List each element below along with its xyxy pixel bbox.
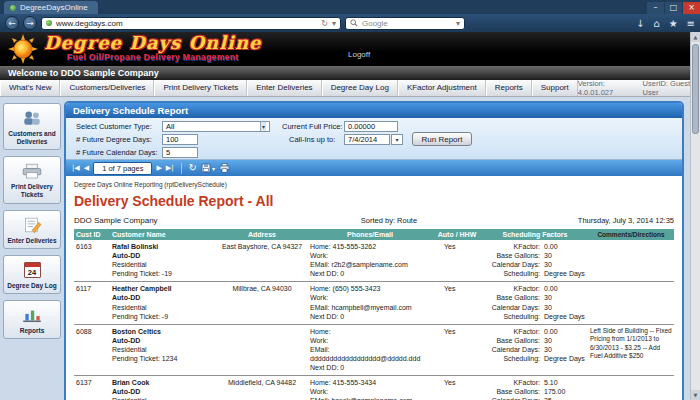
menu-item-reports[interactable]: Reports [486,80,532,96]
report-meta: DDO Sample Company Sorted by: Route Thur… [74,216,674,225]
current-full-price-input[interactable]: 0.00000 [344,121,398,132]
minimize-button[interactable]: – [647,2,664,14]
favicon [10,5,16,11]
scroll-up-arrow[interactable]: ▲ [691,32,700,42]
phones-cell: Home: 415-555-3434 Work: EMail: bcook@sa… [308,378,432,400]
search-engine-dropdown-icon[interactable]: ▾ [456,19,460,28]
sidebar-item-label: Enter Deliveries [6,237,58,245]
print-button[interactable] [219,163,230,173]
browser-window: DegreeDaysOnline – □ × ← → www.degdays.c… [0,0,700,400]
sidebar-item-degree-day-log[interactable]: 24 Degree Day Log [3,255,61,294]
pager-toolbar: |◀ ◀ 1 of 7 pages ▶ ▶| ↻ ▾ [66,160,682,176]
sidebar-item-label: Customers and Deliveries [6,130,58,146]
col-comments: Comments/Directions [588,231,674,238]
first-page-button[interactable]: |◀ [72,160,80,176]
back-button[interactable]: ← [5,16,19,30]
scroll-down-arrow[interactable]: ▼ [691,390,700,400]
site-favicon [46,20,52,26]
auto-hhw-cell: Yes [432,327,482,372]
home-icon[interactable]: ⌂ [653,18,659,29]
menu-item-enter-deliveries[interactable]: Enter Deliveries [247,80,321,96]
sorted-by: Sorted by: Route [274,216,504,225]
address-cell [216,327,308,372]
future-calendar-days-label: # Future Calendar Days: [76,148,158,157]
col-auto-hhw: Auto / HHW [432,231,482,238]
cust-id: 6163 [74,242,110,278]
close-button[interactable]: × [683,2,700,14]
customer-type-select[interactable]: All ▾ [162,121,270,132]
future-degree-days-input[interactable]: 100 [162,134,198,145]
main-area: Customers and Deliveries Print Delivery … [0,97,700,400]
search-input[interactable]: Google ▾ [345,17,465,30]
table-row: 6117 Heather Campbell Auto-DD Residentia… [74,282,674,324]
menu-item-print-delivery-tickets[interactable]: Print Delivery Tickets [154,80,247,96]
url-dropdown-icon[interactable]: ▾ [332,19,336,28]
sidebar-item-label: Degree Day Log [6,282,58,290]
col-cust-id: Cust ID [74,231,110,238]
customer-name-cell: Heather Campbell Auto-DD Residential Pen… [110,284,216,320]
export-button[interactable]: ▾ [201,163,215,173]
export-dropdown-icon: ▾ [212,165,215,172]
table-row: 6088 Boston Celtics Auto-DD Residential … [74,325,674,376]
menu-item-customers-deliveries[interactable]: Customers/Deliveries [60,80,154,96]
site-header: Degree Days Online Fuel Oil/Propane Deli… [0,32,700,66]
address-bar[interactable]: www.degdays.com ↻ ▾ [41,17,341,30]
call-ins-date-input[interactable]: 7/4/2014 [344,134,390,145]
menu-item-kfactor-adjustment[interactable]: KFactor Adjustment [398,80,486,96]
col-scheduling-factors: Scheduling Factors [482,231,588,238]
cust-id: 6117 [74,284,110,320]
menu-item-support[interactable]: Support [532,80,578,96]
col-address: Address [216,231,308,238]
sidebar-item-customers-deliveries[interactable]: Customers and Deliveries [3,103,61,150]
customers-icon [6,108,58,128]
report-title: Delivery Schedule Report - All [74,193,674,209]
logoff-link[interactable]: Logoff [348,50,370,59]
auto-hhw-cell: Yes [432,378,482,400]
reload-icon[interactable]: ↻ [321,19,328,28]
table-row: 6137 Brian Cook Auto-DD Residential Pend… [74,376,674,400]
print-icon [219,163,230,173]
menu-item-whats-new[interactable]: What's New [0,80,60,96]
logo-title: Degree Days Online [44,34,261,52]
logo: Degree Days Online Fuel Oil/Propane Deli… [44,34,261,62]
refresh-icon[interactable]: ↻ [189,160,197,176]
calendar-icon: 24 [6,260,58,280]
current-full-price-label: Current Full Price: [282,122,342,131]
version-label: Version: 4.0.01.027 [578,79,627,97]
sidebar-item-label: Print Delivery Tickets [6,183,58,199]
bookmark-star-icon[interactable]: ★ [669,18,678,29]
next-page-button[interactable]: ▶ [156,160,161,176]
col-customer-name: Customer Name [110,231,216,238]
save-disk-icon [201,163,211,173]
forward-button[interactable]: → [23,16,37,30]
auto-hhw-cell: Yes [432,284,482,320]
menu-item-degree-day-log[interactable]: Degree Day Log [322,80,398,96]
menu-icon[interactable]: ≡ [687,18,695,29]
cust-id: 6088 [74,327,110,372]
phones-cell: Home: 415-555-3262 Work: EMail: r2b2@sam… [308,242,432,278]
customer-type-label: Select Customer Type: [76,122,152,131]
scrollbar-thumb[interactable] [692,44,699,134]
maximize-button[interactable]: □ [665,2,682,14]
logo-subtitle: Fuel Oil/Propane Delivery Management [44,52,261,62]
comments-cell [588,378,674,400]
future-calendar-days-input[interactable]: 5 [162,147,198,158]
prev-page-button[interactable]: ◀ [84,160,89,176]
scrollbar[interactable]: ▲ ▼ [690,32,700,400]
company-name: DDO Sample Company [74,216,274,225]
welcome-bar: Welcome to DDO Sample Company [0,66,700,80]
run-report-button[interactable]: Run Report [412,132,472,146]
browser-tab[interactable]: DegreeDaysOnline [4,1,98,14]
sidebar-item-reports[interactable]: Reports [3,300,61,339]
chevron-down-icon: ▾ [260,122,266,131]
sidebar-item-enter-deliveries[interactable]: Enter Deliveries [3,210,61,249]
sun-logo-icon [8,34,38,64]
sidebar-item-print-delivery-tickets[interactable]: Print Delivery Tickets [3,156,61,203]
last-page-button[interactable]: ▶| [166,160,174,176]
browser-tab-bar: DegreeDaysOnline – □ × [0,0,700,14]
search-placeholder: Google [362,19,388,28]
col-phones-email: Phones/Email [308,231,432,238]
download-icon[interactable]: ↓ [636,18,644,29]
date-picker-button[interactable]: ▾ [391,134,403,145]
cust-id: 6137 [74,378,110,400]
